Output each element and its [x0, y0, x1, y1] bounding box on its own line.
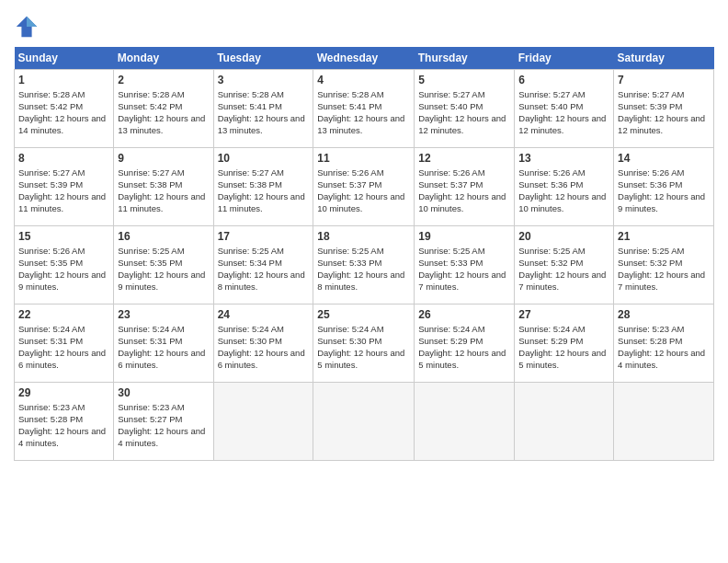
daylight-label: Daylight: 12 hours and 5 minutes.	[418, 348, 506, 370]
svg-marker-1	[27, 17, 37, 27]
sunset: Sunset: 5:31 PM	[18, 336, 83, 346]
daylight-label: Daylight: 12 hours and 14 minutes.	[18, 113, 106, 135]
sunset: Sunset: 5:38 PM	[218, 179, 282, 190]
sunset: Sunset: 5:39 PM	[18, 179, 83, 190]
day-number: 21	[618, 229, 710, 244]
calendar-cell: 27Sunrise: 5:24 AMSunset: 5:29 PMDayligh…	[515, 304, 614, 383]
sunset: Sunset: 5:40 PM	[518, 101, 583, 111]
sunset: Sunset: 5:28 PM	[18, 414, 83, 424]
day-number: 5	[418, 73, 510, 87]
sunrise: Sunrise: 5:24 AM	[218, 324, 284, 334]
day-number: 14	[618, 151, 710, 166]
sunrise: Sunrise: 5:24 AM	[518, 324, 585, 334]
sunset: Sunset: 5:29 PM	[418, 336, 483, 346]
sunrise: Sunrise: 5:25 AM	[518, 246, 585, 256]
sunset: Sunset: 5:34 PM	[218, 258, 282, 268]
calendar-cell: 21Sunrise: 5:25 AMSunset: 5:32 PMDayligh…	[614, 226, 714, 304]
daylight-label: Daylight: 12 hours and 13 minutes.	[118, 113, 205, 135]
day-header-friday: Friday	[515, 47, 614, 70]
daylight-label: Daylight: 12 hours and 6 minutes.	[118, 348, 205, 370]
daylight-label: Daylight: 12 hours and 5 minutes.	[317, 348, 404, 370]
daylight-label: Daylight: 12 hours and 13 minutes.	[317, 113, 404, 135]
sunrise: Sunrise: 5:23 AM	[618, 324, 684, 334]
daylight-label: Daylight: 12 hours and 6 minutes.	[218, 348, 305, 370]
day-header-thursday: Thursday	[415, 47, 515, 70]
sunrise: Sunrise: 5:23 AM	[118, 402, 184, 412]
daylight-label: Daylight: 12 hours and 8 minutes.	[218, 270, 305, 292]
sunset: Sunset: 5:35 PM	[18, 258, 83, 268]
calendar-cell: 28Sunrise: 5:23 AMSunset: 5:28 PMDayligh…	[614, 304, 714, 383]
day-number: 17	[218, 229, 310, 244]
daylight-label: Daylight: 12 hours and 10 minutes.	[317, 191, 404, 213]
calendar-cell	[515, 383, 614, 461]
day-header-monday: Monday	[114, 47, 213, 70]
day-number: 9	[118, 151, 209, 166]
sunset: Sunset: 5:36 PM	[618, 179, 682, 190]
calendar-cell: 5Sunrise: 5:27 AMSunset: 5:40 PMDaylight…	[415, 70, 515, 148]
calendar-cell: 22Sunrise: 5:24 AMSunset: 5:31 PMDayligh…	[15, 304, 114, 383]
sunset: Sunset: 5:38 PM	[118, 179, 182, 190]
daylight-label: Daylight: 12 hours and 7 minutes.	[618, 270, 705, 292]
sunset: Sunset: 5:31 PM	[118, 336, 182, 346]
calendar-cell: 4Sunrise: 5:28 AMSunset: 5:41 PMDaylight…	[313, 70, 415, 148]
calendar-table: SundayMondayTuesdayWednesdayThursdayFrid…	[14, 47, 714, 461]
sunset: Sunset: 5:35 PM	[118, 258, 182, 268]
daylight-label: Daylight: 12 hours and 10 minutes.	[518, 191, 606, 213]
sunrise: Sunrise: 5:28 AM	[18, 89, 85, 99]
calendar-cell	[614, 383, 714, 461]
calendar-cell: 6Sunrise: 5:27 AMSunset: 5:40 PMDaylight…	[515, 70, 614, 148]
day-number: 6	[518, 73, 609, 87]
daylight-label: Daylight: 12 hours and 12 minutes.	[518, 113, 606, 135]
daylight-label: Daylight: 12 hours and 11 minutes.	[218, 191, 305, 213]
calendar-cell: 20Sunrise: 5:25 AMSunset: 5:32 PMDayligh…	[515, 226, 614, 304]
sunrise: Sunrise: 5:28 AM	[118, 89, 184, 99]
day-number: 8	[18, 151, 109, 166]
calendar-cell: 12Sunrise: 5:26 AMSunset: 5:37 PMDayligh…	[415, 148, 515, 226]
sunset: Sunset: 5:29 PM	[518, 336, 583, 346]
sunrise: Sunrise: 5:24 AM	[418, 324, 484, 334]
day-number: 27	[518, 307, 609, 322]
sunset: Sunset: 5:32 PM	[518, 258, 583, 268]
day-number: 1	[18, 73, 109, 87]
sunrise: Sunrise: 5:27 AM	[18, 167, 85, 178]
day-number: 18	[317, 229, 410, 244]
sunset: Sunset: 5:41 PM	[218, 101, 282, 111]
calendar-cell: 19Sunrise: 5:25 AMSunset: 5:33 PMDayligh…	[415, 226, 515, 304]
day-header-wednesday: Wednesday	[313, 47, 415, 70]
sunrise: Sunrise: 5:25 AM	[317, 246, 383, 256]
calendar-week-row: 29Sunrise: 5:23 AMSunset: 5:28 PMDayligh…	[15, 383, 714, 461]
sunset: Sunset: 5:33 PM	[418, 258, 483, 268]
day-number: 29	[18, 385, 109, 400]
daylight-label: Daylight: 12 hours and 11 minutes.	[118, 191, 205, 213]
calendar-cell: 24Sunrise: 5:24 AMSunset: 5:30 PMDayligh…	[213, 304, 313, 383]
calendar-week-row: 1Sunrise: 5:28 AMSunset: 5:42 PMDaylight…	[15, 70, 714, 148]
daylight-label: Daylight: 12 hours and 6 minutes.	[18, 348, 106, 370]
day-number: 30	[118, 385, 209, 400]
calendar-cell: 30Sunrise: 5:23 AMSunset: 5:27 PMDayligh…	[114, 383, 213, 461]
sunset: Sunset: 5:42 PM	[118, 101, 182, 111]
day-number: 4	[317, 73, 410, 87]
calendar-cell: 11Sunrise: 5:26 AMSunset: 5:37 PMDayligh…	[313, 148, 415, 226]
sunrise: Sunrise: 5:25 AM	[418, 246, 484, 256]
sunrise: Sunrise: 5:26 AM	[317, 167, 383, 178]
calendar-cell: 26Sunrise: 5:24 AMSunset: 5:29 PMDayligh…	[415, 304, 515, 383]
daylight-label: Daylight: 12 hours and 4 minutes.	[618, 348, 705, 370]
day-number: 3	[218, 73, 310, 87]
sunset: Sunset: 5:32 PM	[618, 258, 682, 268]
logo	[14, 14, 43, 40]
day-number: 20	[518, 229, 609, 244]
sunset: Sunset: 5:28 PM	[618, 336, 682, 346]
calendar-cell: 3Sunrise: 5:28 AMSunset: 5:41 PMDaylight…	[213, 70, 313, 148]
calendar-cell: 29Sunrise: 5:23 AMSunset: 5:28 PMDayligh…	[15, 383, 114, 461]
day-number: 15	[18, 229, 109, 244]
sunrise: Sunrise: 5:28 AM	[317, 89, 383, 99]
sunrise: Sunrise: 5:25 AM	[618, 246, 684, 256]
calendar-header-row: SundayMondayTuesdayWednesdayThursdayFrid…	[15, 47, 714, 70]
sunset: Sunset: 5:27 PM	[118, 414, 182, 424]
sunset: Sunset: 5:37 PM	[418, 179, 483, 190]
daylight-label: Daylight: 12 hours and 7 minutes.	[518, 270, 606, 292]
sunrise: Sunrise: 5:24 AM	[317, 324, 383, 334]
sunrise: Sunrise: 5:26 AM	[518, 167, 585, 178]
day-number: 23	[118, 307, 209, 322]
day-number: 22	[18, 307, 109, 322]
